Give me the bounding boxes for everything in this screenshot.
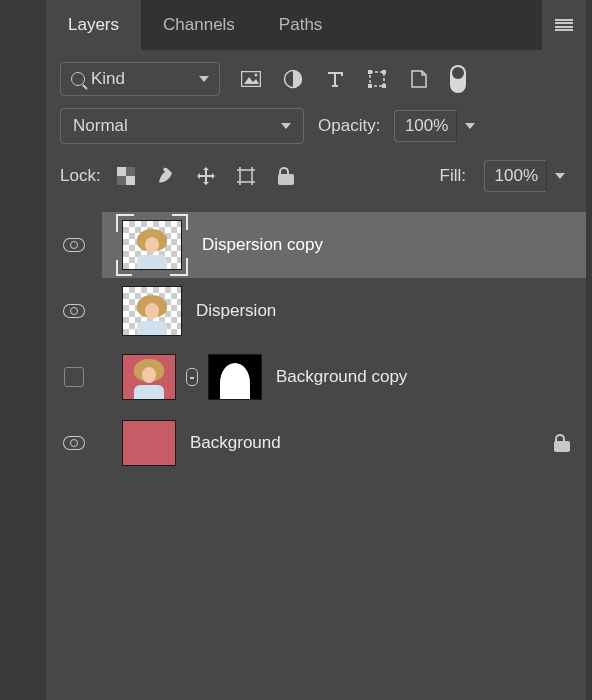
opacity-slider-button[interactable]: [456, 110, 482, 142]
filter-row: Kind: [46, 50, 586, 108]
svg-rect-0: [242, 72, 261, 87]
filter-shape-icon[interactable]: [366, 69, 388, 89]
layer-row[interactable]: Dispersion: [46, 278, 586, 344]
layer-row[interactable]: Dispersion copy: [46, 212, 586, 278]
layer-row[interactable]: Background: [46, 410, 586, 476]
chevron-down-icon: [281, 123, 291, 129]
svg-rect-8: [382, 84, 386, 88]
blend-mode-value: Normal: [73, 116, 128, 136]
fill-label: Fill:: [440, 166, 466, 186]
layer-thumbnail[interactable]: [122, 420, 176, 466]
panel-tabs: Layers Channels Paths: [46, 0, 586, 50]
svg-rect-9: [117, 167, 126, 176]
lock-transparency-icon[interactable]: [115, 166, 137, 186]
svg-point-2: [255, 74, 258, 77]
layer-thumbnail[interactable]: [122, 354, 176, 400]
tab-channels[interactable]: Channels: [141, 0, 257, 50]
layer-thumbnail[interactable]: [122, 286, 182, 336]
layer-row[interactable]: Background copy: [46, 344, 586, 410]
filter-kind-dropdown[interactable]: Kind: [60, 62, 220, 96]
fill-value-input[interactable]: 100%: [484, 160, 546, 192]
search-icon: [71, 72, 85, 86]
opacity-value-input[interactable]: 100%: [394, 110, 456, 142]
lock-icon: [554, 434, 570, 452]
fill-slider-button[interactable]: [546, 160, 572, 192]
lock-artboard-icon[interactable]: [235, 166, 257, 186]
tab-paths[interactable]: Paths: [257, 0, 344, 50]
filter-pixel-icon[interactable]: [240, 69, 262, 89]
filter-smartobject-icon[interactable]: [408, 69, 430, 89]
layer-name[interactable]: Background copy: [276, 367, 570, 387]
visibility-empty-icon[interactable]: [64, 367, 84, 387]
opacity-label: Opacity:: [318, 116, 380, 136]
tab-layers[interactable]: Layers: [46, 0, 141, 50]
layers-panel: Layers Channels Paths Kind: [46, 0, 586, 700]
lock-image-icon[interactable]: [155, 166, 177, 186]
svg-rect-10: [126, 176, 135, 185]
lock-row: Lock: Fill: 100%: [46, 156, 586, 204]
svg-rect-6: [382, 70, 386, 74]
lock-position-icon[interactable]: [195, 166, 217, 186]
filter-adjustment-icon[interactable]: [282, 69, 304, 89]
lock-all-icon[interactable]: [275, 166, 297, 186]
layer-name[interactable]: Dispersion copy: [202, 235, 570, 255]
chevron-down-icon: [199, 76, 209, 82]
panel-menu-icon[interactable]: [542, 0, 586, 50]
svg-rect-7: [368, 84, 372, 88]
layer-mask-thumbnail[interactable]: [208, 354, 262, 400]
layer-name[interactable]: Background: [190, 433, 540, 453]
layers-list: Dispersion copy Dispersion Background: [46, 204, 586, 476]
visibility-eye-icon[interactable]: [63, 436, 85, 450]
layer-name[interactable]: Dispersion: [196, 301, 570, 321]
layer-thumbnail[interactable]: [116, 214, 188, 276]
mask-link-icon[interactable]: [186, 368, 198, 386]
filter-toggle[interactable]: [450, 65, 466, 93]
svg-rect-13: [240, 170, 252, 182]
filter-kind-label: Kind: [91, 69, 125, 89]
svg-rect-12: [117, 176, 126, 185]
svg-rect-11: [126, 167, 135, 176]
svg-rect-5: [368, 70, 372, 74]
blend-row: Normal Opacity: 100%: [46, 108, 586, 156]
filter-type-icon[interactable]: [324, 69, 346, 89]
blend-mode-dropdown[interactable]: Normal: [60, 108, 304, 144]
lock-label: Lock:: [60, 166, 101, 186]
visibility-eye-icon[interactable]: [63, 304, 85, 318]
svg-marker-1: [244, 77, 259, 84]
svg-rect-4: [370, 72, 384, 86]
visibility-eye-icon[interactable]: [63, 238, 85, 252]
